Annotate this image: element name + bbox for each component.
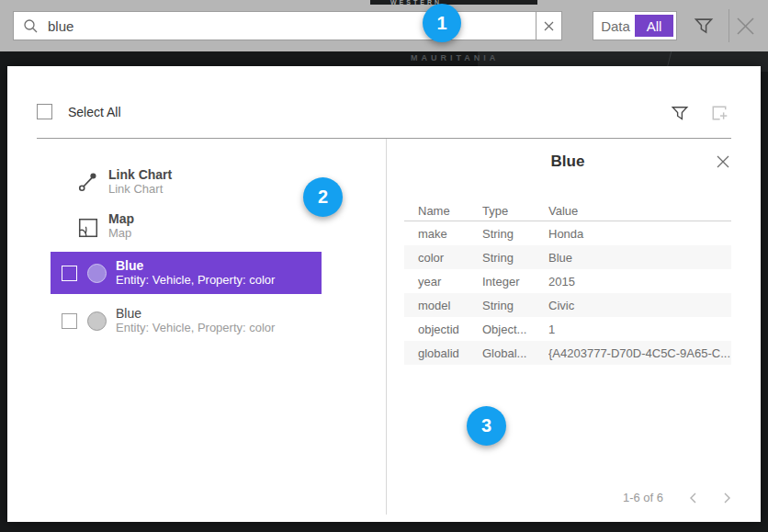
app-screenshot: MAURITANIA WESTERN Data All — [0, 0, 768, 532]
close-search-icon[interactable] — [733, 14, 758, 39]
previous-page-button[interactable] — [689, 492, 697, 504]
annotation-badge-2: 2 — [303, 177, 343, 217]
table-row: make String Honda — [404, 221, 731, 245]
cell-value: Civic — [548, 299, 731, 312]
scope-all-option[interactable]: All — [635, 15, 673, 37]
header-divider — [37, 138, 731, 139]
results-filter-icon[interactable] — [671, 103, 689, 123]
result-checkbox[interactable] — [62, 313, 77, 329]
close-detail-icon[interactable] — [716, 154, 730, 169]
cell-type: String — [482, 227, 548, 241]
detail-title: Blue — [404, 153, 731, 171]
cell-type: Object... — [482, 323, 548, 336]
result-subtitle: Entity: Vehicle, Property: color — [116, 273, 275, 288]
cell-name: year — [404, 275, 482, 289]
result-title: Link Chart — [108, 167, 172, 182]
table-row: year Integer 2015 — [404, 269, 731, 293]
cell-type: Integer — [482, 275, 548, 289]
list-detail-divider — [386, 139, 387, 515]
cell-value: {A4203777-D70D-4C5C-9A65-C... — [548, 346, 731, 360]
cell-value: 2015 — [548, 275, 731, 289]
cell-name: globalid — [404, 346, 482, 360]
attribute-table: Name Type Value make String Honda color … — [404, 200, 731, 365]
chevron-left-icon — [689, 492, 697, 504]
link-chart-icon — [77, 170, 99, 194]
pagination-label: 1-6 of 6 — [623, 491, 663, 504]
result-title: Blue — [116, 258, 275, 273]
result-item-link-chart[interactable]: Link Chart Link Chart — [77, 167, 172, 197]
cell-type: String — [482, 251, 548, 265]
table-row: model String Civic — [404, 293, 731, 317]
pagination: 1-6 of 6 — [404, 491, 731, 504]
cell-name: model — [404, 299, 482, 312]
select-all-checkbox[interactable] — [37, 104, 52, 119]
search-icon — [23, 18, 39, 34]
result-item-blue[interactable]: Blue Entity: Vehicle, Property: color — [51, 300, 322, 342]
table-header-row: Name Type Value — [404, 200, 731, 221]
cell-type: Global... — [482, 346, 548, 360]
cell-name: make — [404, 227, 482, 241]
search-box[interactable] — [13, 11, 562, 40]
table-row: objectid Object... 1 — [404, 317, 731, 341]
result-item-blue-selected[interactable]: Blue Entity: Vehicle, Property: color — [51, 252, 322, 294]
clear-icon — [544, 21, 554, 31]
search-results-panel: Select All Link Chart Link Chart — [7, 66, 761, 522]
column-header: Value — [548, 204, 731, 218]
result-subtitle: Entity: Vehicle, Property: color — [116, 321, 275, 335]
entity-circle-icon — [87, 311, 107, 331]
scope-data-option[interactable]: Data — [596, 15, 635, 37]
map-label-mauritania: MAURITANIA — [411, 53, 499, 62]
table-row: globalid Global... {A4203777-D70D-4C5C-9… — [404, 341, 731, 365]
map-icon — [77, 217, 99, 239]
result-title: Map — [108, 211, 134, 226]
entity-circle-icon — [87, 264, 107, 283]
cell-value: Blue — [548, 251, 731, 265]
select-all-label: Select All — [68, 105, 121, 119]
cell-value: 1 — [548, 323, 731, 336]
search-scope-toggle: Data All — [593, 11, 677, 40]
filter-icon[interactable] — [694, 16, 714, 36]
cell-name: objectid — [404, 323, 482, 336]
result-title: Blue — [116, 306, 275, 321]
clear-search-button[interactable] — [536, 12, 561, 40]
annotation-badge-3: 3 — [467, 406, 506, 446]
add-to-selection-icon[interactable] — [709, 103, 729, 123]
toolbar-divider — [728, 9, 729, 42]
search-toolbar: Data All — [0, 0, 768, 51]
column-header: Name — [404, 204, 482, 218]
cell-value: Honda — [548, 227, 731, 241]
annotation-badge-1: 1 — [423, 4, 461, 42]
cell-name: color — [404, 251, 482, 265]
result-item-map[interactable]: Map Map — [77, 211, 134, 241]
cell-type: String — [482, 299, 548, 312]
result-subtitle: Link Chart — [108, 182, 172, 197]
map-label-western-sliver: WESTERN — [370, 0, 537, 5]
result-subtitle: Map — [108, 226, 134, 241]
result-checkbox[interactable] — [62, 266, 77, 281]
table-row: color String Blue — [404, 245, 731, 269]
next-page-button[interactable] — [723, 492, 731, 504]
chevron-right-icon — [723, 492, 731, 504]
column-header: Type — [482, 204, 548, 218]
